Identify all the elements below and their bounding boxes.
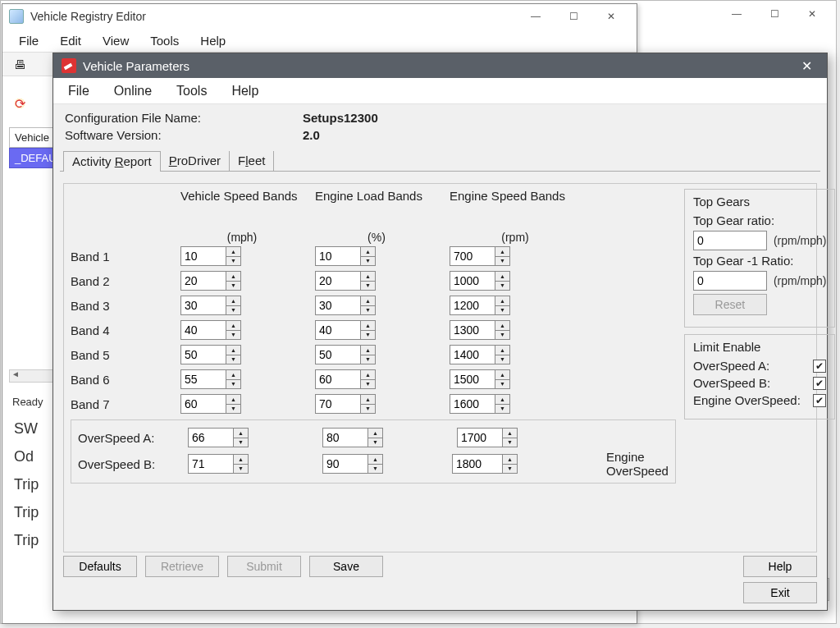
top-gear-m1-label: Top Gear -1 Ratio: xyxy=(693,254,827,268)
rpm-band4[interactable]: ▲▼ xyxy=(450,320,581,340)
rpm-band5[interactable]: ▲▼ xyxy=(450,345,581,364)
pct-band8[interactable]: ▲▼ xyxy=(322,428,445,447)
tab-vehicle[interactable]: Vehicle xyxy=(9,127,54,148)
side-label: Trip xyxy=(14,470,39,498)
dmenu-tools[interactable]: Tools xyxy=(176,84,207,99)
limit-osb-label: OverSpeed B: xyxy=(693,376,770,390)
overspeed-a-mph[interactable]: ▲▼ xyxy=(188,428,311,447)
pct-band5[interactable]: ▲▼ xyxy=(315,345,438,364)
dmenu-file[interactable]: File xyxy=(68,84,89,99)
limit-osa-label: OverSpeed A: xyxy=(693,359,769,373)
band-label: Band 7 xyxy=(71,397,169,411)
rpm-band8[interactable]: ▲▼ xyxy=(457,428,588,447)
tab-prodriver[interactable]: ProDriver xyxy=(161,151,230,171)
main-menubar: File Edit View Tools Help xyxy=(2,29,637,52)
mph-band1[interactable]: ▲▼ xyxy=(180,246,304,266)
bg-maximize-button[interactable]: ☐ xyxy=(756,2,793,25)
band-label: Band 5 xyxy=(71,348,169,362)
dialog-title: Vehicle Parameters xyxy=(83,59,794,73)
pct-band1[interactable]: ▲▼ xyxy=(315,246,438,266)
horizontal-scrollbar[interactable] xyxy=(9,369,54,383)
top-gear-ratio-input[interactable] xyxy=(693,231,767,250)
menu-help[interactable]: Help xyxy=(200,34,226,48)
param-tabs: Activity Report ProDriver Fleet xyxy=(60,149,820,172)
dmenu-online[interactable]: Online xyxy=(114,84,152,99)
menu-edit[interactable]: Edit xyxy=(60,34,81,48)
tab-default[interactable]: _DEFAU xyxy=(9,148,54,168)
software-version-label: Software Version: xyxy=(65,128,303,142)
side-label: Od xyxy=(14,442,39,470)
dialog-button-bar: Defaults Retrieve Submit Save Help Exit xyxy=(63,556,817,602)
limit-osa-checkbox[interactable]: ✔ xyxy=(813,360,826,373)
mph-band2[interactable]: ▲▼ xyxy=(180,271,304,291)
refresh-icon[interactable]: ⟳ xyxy=(11,94,29,112)
submit-button[interactable]: Submit xyxy=(227,556,301,577)
engine-overspeed-rpm[interactable]: ▲▼ xyxy=(452,454,518,474)
top-gear-unit: (rpm/mph) xyxy=(774,234,827,247)
engine-overspeed-label: Engine OverSpeed xyxy=(606,450,669,478)
mph-band7[interactable]: ▲▼ xyxy=(180,394,304,414)
band-label: Band 4 xyxy=(71,323,169,337)
overspeed-b-mph[interactable]: ▲▼ xyxy=(188,454,311,474)
status-bar: Ready xyxy=(9,394,58,410)
overspeed-box: OverSpeed A: ▲▼ ▲▼ ▲▼ OverSpeed B: ▲▼ ▲▼… xyxy=(71,419,676,484)
config-file-label: Configuration File Name: xyxy=(65,111,303,125)
dmenu-help[interactable]: Help xyxy=(231,84,258,99)
close-button[interactable]: ✕ xyxy=(592,5,630,28)
limit-enable-title: Limit Enable xyxy=(693,340,827,354)
menu-tools[interactable]: Tools xyxy=(150,34,179,48)
rpm-band1[interactable]: ▲▼ xyxy=(450,246,581,266)
exit-button[interactable]: Exit xyxy=(743,582,817,603)
band-label: Band 3 xyxy=(71,299,169,313)
save-button[interactable]: Save xyxy=(309,556,383,577)
maximize-button[interactable]: ☐ xyxy=(555,5,592,28)
pct-band7[interactable]: ▲▼ xyxy=(315,394,438,414)
wrench-icon xyxy=(62,58,76,73)
software-version-value: 2.0 xyxy=(303,128,320,142)
hdr-engine-load: Engine Load Bands xyxy=(315,189,438,206)
side-label: SW xyxy=(14,415,39,442)
limit-osb-checkbox[interactable]: ✔ xyxy=(813,377,826,390)
minimize-button[interactable]: — xyxy=(517,5,555,28)
print-icon[interactable]: 🖶 xyxy=(11,55,29,73)
pct-band2[interactable]: ▲▼ xyxy=(315,271,438,291)
top-gears-reset-button[interactable]: Reset xyxy=(693,294,767,315)
retrieve-button[interactable]: Retrieve xyxy=(145,556,219,577)
info-area: Configuration File Name: Setups12300 Sof… xyxy=(53,104,827,149)
rpm-band6[interactable]: ▲▼ xyxy=(450,369,581,389)
pct-band9[interactable]: ▲▼ xyxy=(322,454,445,474)
top-gear-m1-input[interactable] xyxy=(693,271,767,291)
tab-fleet[interactable]: Fleet xyxy=(230,151,274,171)
unit-mph: (mph) xyxy=(180,231,304,244)
hdr-engine-speed: Engine Speed Bands xyxy=(450,189,581,206)
mph-band4[interactable]: ▲▼ xyxy=(180,320,304,340)
rpm-band2[interactable]: ▲▼ xyxy=(450,271,581,291)
help-button[interactable]: Help xyxy=(743,556,817,577)
menu-file[interactable]: File xyxy=(19,34,39,48)
rpm-band3[interactable]: ▲▼ xyxy=(450,296,581,315)
side-label: Trip xyxy=(14,498,39,526)
pct-band6[interactable]: ▲▼ xyxy=(315,369,438,389)
menu-view[interactable]: View xyxy=(103,34,129,48)
limit-eng-checkbox[interactable]: ✔ xyxy=(813,394,826,407)
limit-eng-label: Engine OverSpeed: xyxy=(693,393,801,407)
bg-close-button[interactable]: ✕ xyxy=(793,2,831,25)
dialog-close-button[interactable]: ✕ xyxy=(794,58,819,74)
rpm-band7[interactable]: ▲▼ xyxy=(450,394,581,414)
pct-band4[interactable]: ▲▼ xyxy=(315,320,438,340)
bg-minimize-button[interactable]: — xyxy=(718,2,756,25)
top-gear-m1-unit: (rpm/mph) xyxy=(774,274,827,287)
pct-band3[interactable]: ▲▼ xyxy=(315,296,438,315)
overspeed-a-label: OverSpeed A: xyxy=(78,431,176,445)
dialog-titlebar: Vehicle Parameters ✕ xyxy=(53,53,827,78)
left-tab-strip: Vehicle _DEFAU xyxy=(9,127,54,168)
unit-pct: (%) xyxy=(315,231,438,244)
defaults-button[interactable]: Defaults xyxy=(63,556,137,577)
tab-activity-report[interactable]: Activity Report xyxy=(63,151,161,172)
config-file-value: Setups12300 xyxy=(303,111,378,125)
mph-band6[interactable]: ▲▼ xyxy=(180,369,304,389)
mph-band3[interactable]: ▲▼ xyxy=(180,296,304,315)
side-label: Trip xyxy=(14,526,39,554)
main-titlebar: Vehicle Registry Editor — ☐ ✕ xyxy=(2,4,637,29)
mph-band5[interactable]: ▲▼ xyxy=(180,345,304,364)
